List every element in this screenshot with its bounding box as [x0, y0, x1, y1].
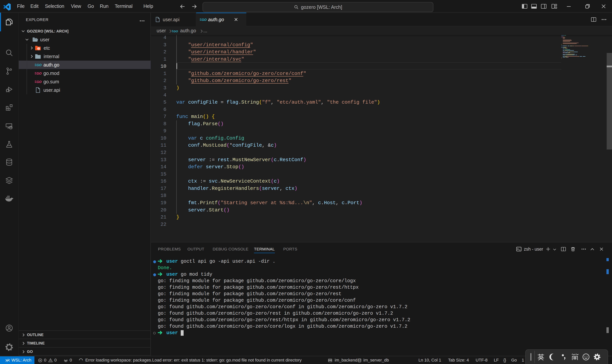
svg-text:GO: GO [37, 80, 41, 84]
svg-text:GO: GO [201, 18, 207, 22]
svg-text:GO: GO [173, 30, 178, 33]
svg-text:GO: GO [37, 72, 41, 75]
svg-text:GO: GO [37, 63, 41, 67]
